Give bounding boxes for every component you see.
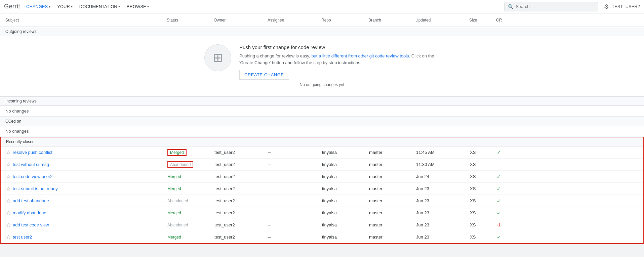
size-cell: XS [467,198,494,203]
star-icon[interactable]: ☆ [6,222,11,228]
col-assignee: Assignee [265,18,319,23]
subject-cell: ☆ modify abandone [3,210,165,216]
table-row: ☆ test user2 Merged test_user2 – tinyals… [1,231,643,243]
subject-link[interactable]: add test abandone [13,198,49,203]
section-recently-closed: Recently closed [1,137,643,146]
status-badge: Merged [167,211,181,215]
top-navigation: Gerrit CHANGES ▾ YOUR ▾ DOCUMENTATION ▾ … [0,0,644,13]
subject-cell: ☆ test submit is not ready [3,185,165,192]
status-badge: Merged [167,186,181,191]
create-change-button[interactable]: CREATE CHANGE [239,70,289,80]
table-row: ☆ resolve push conflict Merged test_user… [1,146,643,159]
subject-cell: ☆ add test code view [3,222,165,228]
section-cced-on: CCed on [0,117,644,126]
star-icon[interactable]: ☆ [6,198,11,204]
cr-cell: ✓ [494,150,508,155]
repo-cell: tinyalsa [319,150,366,155]
col-size: Size [467,18,493,23]
branch-cell: master [366,174,413,179]
star-icon[interactable]: ☆ [6,210,11,216]
table-row: ☆ modify abandone Merged test_user2 – ti… [1,207,643,219]
repo-cell: tinyalsa [319,210,366,215]
subject-cell: ☆ test without ci-msg [3,161,165,168]
table-header: Subject Status Owner Assignee Repo Branc… [0,13,644,27]
subject-link[interactable]: test user2 [13,234,32,240]
subject-link[interactable]: test code view user2 [13,174,53,179]
col-owner: Owner [211,18,265,23]
table-row: ☆ add test abandone Abandoned test_user2… [1,195,643,207]
user-label[interactable]: TEST_USER2 [612,4,640,9]
subject-link[interactable]: test without ci-msg [13,162,49,167]
star-icon[interactable]: ☆ [6,185,11,192]
updated-cell: 11:30 AM [413,162,467,167]
updated-cell: Jun 23 [413,222,467,227]
star-icon[interactable]: ☆ [6,149,11,156]
nav-menu: CHANGES ▾ YOUR ▾ DOCUMENTATION ▾ BROWSE … [23,0,504,13]
status-badge: Merged [167,149,187,156]
status-badge: Abandoned [167,161,193,168]
app-logo: Gerrit [4,3,20,10]
push-change-icon: ⊞ [213,51,223,65]
nav-changes[interactable]: CHANGES ▾ [23,0,54,13]
recently-closed-wrapper: Recently closed ☆ resolve push conflict … [0,137,644,244]
push-desc-link[interactable]: but a little different from other git co… [311,53,410,58]
section-incoming-reviews: Incoming reviews [0,96,644,106]
subject-link[interactable]: test submit is not ready [13,186,58,191]
updated-cell: 11:45 AM [413,150,467,155]
settings-icon[interactable]: ⚙ [604,3,609,10]
repo-cell: tinyalsa [319,186,366,191]
updated-cell: Jun 23 [413,186,467,191]
push-description: Pushing a change for review is easy, but… [239,53,440,66]
assignee-cell: – [266,186,319,191]
section-outgoing-reviews: Outgoing reviews [0,27,644,36]
table-row: ☆ test submit is not ready Merged test_u… [1,183,643,195]
status-badge: Merged [167,235,181,240]
push-icon-circle: ⊞ [204,44,231,71]
owner-cell: test_user2 [212,162,266,167]
status-badge: Abandoned [167,199,188,203]
size-cell: XS [467,186,494,191]
subject-link[interactable]: resolve push conflict [13,150,52,155]
branch-cell: master [366,186,413,191]
updated-cell: Jun 23 [413,234,467,240]
owner-cell: test_user2 [212,174,266,179]
star-icon[interactable]: ☆ [6,161,11,168]
status-cell: Merged [165,210,212,215]
size-cell: XS [467,150,494,155]
cr-cell: -1 [494,222,508,227]
subject-cell: ☆ resolve push conflict [3,149,165,156]
status-badge: Abandoned [167,223,188,227]
size-cell: XS [467,174,494,179]
search-bar: 🔍 [504,2,598,11]
cr-cell: ✓ [494,174,508,179]
star-icon[interactable]: ☆ [6,173,11,180]
status-badge: Merged [167,174,181,179]
assignee-cell: – [266,162,319,167]
outgoing-area: ⊞ Push your first change for code review… [0,36,644,96]
branch-cell: master [366,210,413,215]
col-repo: Repo [319,18,366,23]
nav-your[interactable]: YOUR ▾ [54,0,76,13]
push-content: Push your first change for code review P… [239,44,440,80]
chevron-down-icon: ▾ [71,5,73,8]
subject-cell: ☆ add test abandone [3,198,165,204]
repo-cell: tinyalsa [319,198,366,203]
subject-link[interactable]: modify abandone [13,210,46,215]
star-icon[interactable]: ☆ [6,234,11,240]
subject-link[interactable]: add test code view [13,222,49,227]
status-cell: Abandoned [165,161,212,168]
owner-cell: test_user2 [212,186,266,191]
status-cell: Merged [165,149,212,156]
size-cell: XS [467,234,494,240]
nav-documentation[interactable]: DOCUMENTATION ▾ [76,0,123,13]
updated-cell: Jun 24 [413,174,467,179]
status-cell: Abandoned [165,198,212,203]
assignee-cell: – [266,234,319,240]
nav-browse[interactable]: BROWSE ▾ [123,0,152,13]
outgoing-inner: ⊞ Push your first change for code review… [204,44,440,80]
branch-cell: master [366,162,413,167]
owner-cell: test_user2 [212,150,266,155]
assignee-cell: – [266,210,319,215]
search-input[interactable] [516,4,595,9]
table-row: ☆ add test code view Abandoned test_user… [1,219,643,231]
